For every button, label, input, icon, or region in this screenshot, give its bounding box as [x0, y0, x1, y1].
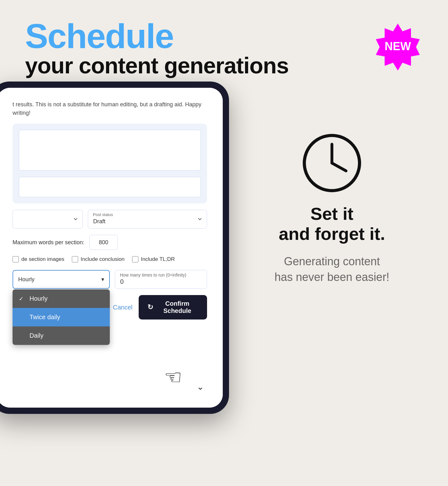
set-it-line2: and forget it. [279, 224, 385, 244]
max-words-input[interactable] [89, 235, 118, 250]
schedule-dropdown-menu: ✓ Hourly Twice daily Daily [13, 289, 110, 345]
conclusion-checkbox[interactable] [72, 256, 78, 262]
run-times-label: How many times to run (0=infinity) [120, 272, 186, 277]
cancel-button[interactable]: Cancel [113, 304, 132, 311]
cursor-hand-icon: ☜ [164, 366, 182, 389]
daily-label: Daily [29, 332, 43, 339]
top-section: Schedule your content generations NEW [0, 0, 448, 91]
section-images-label: de section images [21, 256, 64, 262]
conclusion-label: Include conclusion [81, 256, 125, 262]
schedule-chevron-icon: ▾ [101, 276, 104, 283]
set-it-text: Set it and forget it. [279, 204, 385, 244]
category-select[interactable] [13, 210, 83, 229]
right-section: Set it and forget it. Generating content… [241, 132, 423, 285]
hourly-check-icon: ✓ [19, 295, 26, 302]
run-times-wrapper: How many times to run (0=infinity) [115, 270, 207, 289]
dropdown-item-daily[interactable]: Daily [13, 326, 110, 345]
tldr-label: Include TL;DR [141, 256, 175, 262]
tldr-checkbox[interactable] [132, 256, 138, 262]
tldr-checkbox-item: Include TL;DR [132, 256, 175, 262]
post-status-wrapper: Post status Draft [88, 210, 207, 229]
confirm-schedule-label: Confirm Schedule [156, 300, 198, 314]
dropdown-item-hourly[interactable]: ✓ Hourly [13, 289, 110, 308]
form-area [13, 124, 207, 203]
twice-daily-label: Twice daily [29, 314, 60, 321]
hourly-label: Hourly [29, 295, 48, 302]
svg-text:NEW: NEW [385, 40, 411, 53]
post-status-label: Post status [93, 212, 113, 217]
refresh-icon: ↻ [147, 303, 153, 311]
generating-text: Generating content has never been easier… [275, 254, 389, 285]
disclaimer-text: t results. This is not a substitute for … [13, 100, 207, 117]
tablet-screen: t results. This is not a substitute for … [0, 88, 223, 408]
set-it-line1: Set it [279, 204, 385, 224]
generating-line2: has never been easier! [275, 269, 389, 285]
generating-line1: Generating content [275, 254, 389, 269]
new-badge: NEW [373, 22, 423, 72]
section-images-checkbox-item: de section images [13, 256, 64, 262]
form-row-status: Post status Draft [13, 210, 207, 229]
chevron-down-icon: ⌄ [197, 382, 204, 392]
section-images-checkbox[interactable] [13, 256, 19, 262]
schedule-select-display[interactable]: Hourly ▾ [13, 270, 110, 289]
clock-icon [301, 132, 363, 194]
tablet-content: t results. This is not a substitute for … [0, 88, 223, 408]
tablet-body: t results. This is not a substitute for … [0, 82, 229, 414]
schedule-selected-value: Hourly [18, 276, 35, 283]
schedule-dropdown-wrapper: Hourly ▾ ✓ Hourly Twice daily [13, 270, 110, 289]
headline-subtitle: your content generations [25, 53, 289, 78]
headline-block: Schedule your content generations [25, 19, 289, 78]
checkboxes-row: de section images Include conclusion Inc… [13, 256, 207, 262]
headline-schedule: Schedule [25, 19, 289, 53]
words-row: Maximum words per section: [13, 235, 207, 250]
tablet-wrapper: t results. This is not a substitute for … [0, 82, 229, 445]
schedule-row: Hourly ▾ ✓ Hourly Twice daily [13, 270, 207, 289]
svg-line-4 [332, 163, 346, 171]
confirm-schedule-button[interactable]: ↻ Confirm Schedule [139, 295, 207, 320]
dropdown-item-twice-daily[interactable]: Twice daily [13, 308, 110, 326]
conclusion-checkbox-item: Include conclusion [72, 256, 125, 262]
short-input[interactable] [19, 177, 201, 197]
content-textarea[interactable] [19, 130, 201, 171]
max-words-label: Maximum words per section: [13, 239, 84, 246]
